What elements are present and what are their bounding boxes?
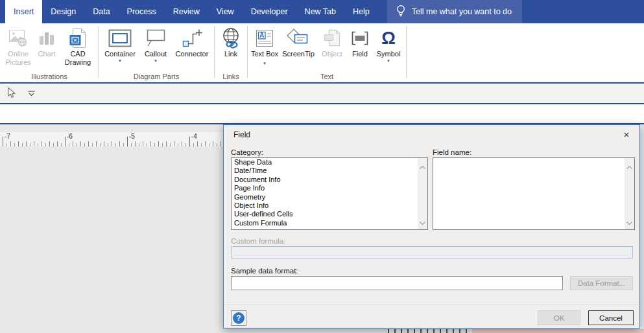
cancel-button[interactable]: Cancel [588,310,634,325]
ruler-major-ticks [3,137,224,146]
field-name-scrollbar[interactable] [625,158,634,229]
object-label: Object [322,50,342,58]
container-icon [108,27,132,50]
category-item[interactable]: Object Info [232,201,427,210]
group-label-text: Text [250,73,404,82]
category-item[interactable]: User-defined Cells [232,210,427,218]
sample-data-format-input[interactable] [231,276,563,290]
chart-icon [38,27,56,50]
page-content-sliver [388,329,471,333]
symbol-button[interactable]: Ω Symbol▾ [373,25,404,73]
category-item[interactable]: Geometry [232,193,427,201]
text-box-icon: A [255,27,274,50]
callout-label: Callout▾ [145,50,167,63]
tab-help[interactable]: Help [344,0,378,23]
tab-design[interactable]: Design [42,0,84,23]
ribbon-group-illustrations: Online Pictures Chart CAD Drawing Illust… [1,23,97,82]
container-button[interactable]: Container▾ [101,25,139,73]
callout-icon [145,27,167,50]
cad-drawing-icon [68,27,88,50]
ok-button[interactable]: OK [538,310,580,325]
field-dialog: Field × Category: Field name: Shape Data… [223,124,640,328]
tab-process[interactable]: Process [119,0,165,23]
field-name-listbox[interactable] [433,157,635,230]
data-format-button[interactable]: Data Format... [570,276,633,290]
scroll-up-icon[interactable] [626,160,632,172]
tab-insert[interactable]: Insert [5,0,42,23]
cad-drawing-label: CAD Drawing [60,50,96,66]
text-box-label: Text Box ▾ [250,50,280,67]
tool-strip [0,85,644,104]
dialog-title: Field [233,130,250,139]
symbol-label: Symbol▾ [377,50,401,63]
screentip-icon [287,27,310,50]
ribbon-group-text: A Text Box ▾ ScreenTip Object [248,23,405,82]
category-item[interactable]: Shape Data [232,158,427,166]
scroll-down-icon[interactable] [420,216,425,227]
category-item[interactable]: Document Info [232,176,427,184]
text-box-button[interactable]: A Text Box ▾ [250,25,280,73]
category-item[interactable]: Page Info [232,184,427,192]
ribbon-separator [214,26,215,78]
field-icon [350,27,370,50]
close-icon[interactable]: × [617,126,636,142]
field-button[interactable]: Field [347,25,373,73]
screentip-label: ScreenTip [282,50,315,58]
connector-label: Connector [176,50,209,58]
category-item[interactable]: Custom Formula [232,219,427,227]
tell-me-box[interactable]: Tell me what you want to do [387,0,522,23]
online-pictures-label: Online Pictures [3,50,34,66]
tell-me-label: Tell me what you want to do [412,7,512,16]
link-label: Link [224,50,237,58]
cad-drawing-button[interactable]: CAD Drawing [60,25,96,73]
pointer-tool-icon[interactable] [8,87,17,101]
online-pictures-button[interactable]: Online Pictures [3,25,34,73]
ribbon: Online Pictures Chart CAD Drawing Illust… [0,23,644,84]
tab-new-tab[interactable]: New Tab [296,0,344,23]
category-scrollbar[interactable] [418,158,427,229]
tab-view[interactable]: View [208,0,243,23]
chart-button[interactable]: Chart [34,25,60,73]
ribbon-group-links: Link Links [215,23,246,82]
group-label-illustrations: Illustrations [3,73,96,82]
tab-developer[interactable]: Developer [243,0,296,23]
connector-icon [181,27,203,50]
category-label: Category: [231,148,263,156]
field-label: Field [352,50,368,58]
field-name-label: Field name: [433,148,471,156]
object-icon [322,27,342,50]
scroll-up-icon[interactable] [420,160,425,172]
page-shape-sliver [472,329,644,333]
window-gap-strip [0,106,644,123]
tab-review[interactable]: Review [165,0,208,23]
chart-label: Chart [38,50,56,58]
category-item[interactable]: Date/Time [232,166,427,175]
horizontal-ruler: -7 -6 -5 -4 [0,132,224,146]
ribbon-separator [406,26,407,78]
symbol-omega-icon: Ω [381,27,396,50]
link-button[interactable]: Link [217,25,245,73]
collapse-chevron-icon[interactable] [27,88,36,100]
group-label-links: Links [217,73,245,82]
callout-button[interactable]: Callout▾ [139,25,172,73]
custom-formula-label: Custom formula: [231,237,285,245]
screentip-button[interactable]: ScreenTip [280,25,317,73]
help-icon: ? [233,312,244,324]
object-button[interactable]: Object [317,25,347,73]
group-label-diagram-parts: Diagram Parts [101,73,212,82]
tab-data[interactable]: Data [84,0,118,23]
ribbon-tab-bar: Insert Design Data Process Review View D… [0,0,644,23]
connector-button[interactable]: Connector [172,25,212,73]
svg-text:A: A [259,32,264,39]
container-label: Container▾ [104,50,136,63]
ribbon-separator [98,26,99,78]
sample-data-format-label: Sample data format: [231,267,298,275]
online-pictures-icon [8,27,28,50]
scroll-down-icon[interactable] [626,216,632,227]
ribbon-separator [247,26,248,78]
category-listbox[interactable]: Shape Data Date/Time Document Info Page … [231,157,428,230]
custom-formula-input[interactable] [231,246,633,258]
help-button[interactable]: ? [231,310,246,326]
dialog-divider [224,304,639,305]
link-icon [221,27,241,50]
